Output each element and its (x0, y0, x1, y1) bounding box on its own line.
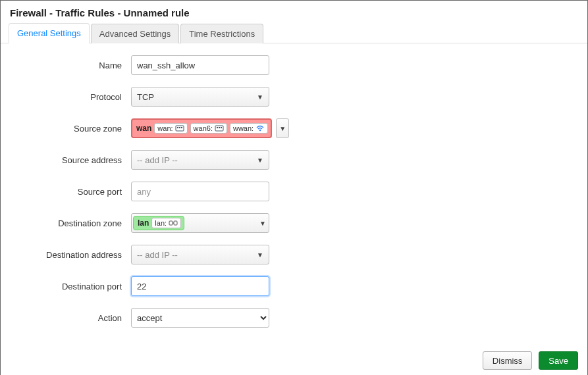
name-input[interactable] (131, 55, 269, 75)
svg-rect-2 (179, 127, 180, 128)
iface-lan: lan: (151, 218, 181, 228)
iface-wwan: wwan: (230, 123, 268, 134)
chevron-down-icon: ▼ (259, 220, 266, 227)
dst-zone-badge: lan lan: (133, 216, 184, 230)
protocol-value: TCP (137, 92, 253, 102)
src-port-input[interactable] (131, 182, 269, 201)
bridge-icon (169, 219, 178, 227)
label-protocol: Protocol (13, 92, 131, 102)
svg-rect-1 (177, 127, 178, 128)
chevron-down-icon: ▼ (257, 157, 263, 164)
label-dst-port: Destination port (13, 282, 131, 291)
tab-advanced[interactable]: Advanced Settings (91, 24, 179, 43)
src-zone-badge[interactable]: wan wan: wan6: (131, 118, 272, 138)
dst-addr-placeholder: -- add IP -- (137, 250, 253, 260)
protocol-select[interactable]: TCP ▼ (131, 87, 269, 107)
src-addr-select[interactable]: -- add IP -- ▼ (131, 150, 269, 170)
page-title: Firewall - Traffic Rules - Unnamed rule (1, 1, 587, 22)
action-select[interactable]: accept (131, 308, 269, 328)
svg-rect-3 (181, 127, 182, 128)
svg-rect-5 (217, 127, 218, 128)
ethernet-icon (215, 124, 224, 132)
label-action: Action (13, 313, 131, 323)
chevron-down-icon: ▼ (257, 251, 263, 259)
src-zone-dropdown[interactable]: ▼ (276, 118, 289, 138)
ethernet-icon (175, 124, 184, 132)
svg-rect-9 (169, 221, 173, 225)
dst-port-input[interactable] (131, 276, 269, 296)
label-src-port: Source port (13, 187, 131, 197)
tab-general[interactable]: General Settings (9, 23, 90, 43)
label-dst-addr: Destination address (13, 250, 131, 260)
svg-rect-10 (174, 221, 177, 225)
tabs: General Settings Advanced Settings Time … (1, 22, 587, 43)
label-src-zone: Source zone (13, 124, 131, 134)
iface-wan: wan: (154, 123, 187, 134)
label-dst-zone: Destination zone (13, 218, 131, 228)
svg-rect-6 (219, 127, 220, 128)
modal-footer: Dismiss Save (1, 345, 587, 375)
modal-firewall-rule: Firewall - Traffic Rules - Unnamed rule … (0, 0, 588, 375)
form-body: Name Protocol TCP ▼ Source zone wan (1, 43, 587, 345)
save-button[interactable]: Save (539, 351, 578, 370)
src-zone-name: wan (136, 124, 151, 133)
tab-time[interactable]: Time Restrictions (180, 24, 263, 43)
src-addr-placeholder: -- add IP -- (137, 155, 253, 165)
dst-zone-name: lan (138, 218, 149, 228)
svg-rect-7 (221, 127, 222, 128)
dst-addr-select[interactable]: -- add IP -- ▼ (131, 245, 269, 264)
chevron-down-icon: ▼ (257, 93, 263, 101)
label-src-addr: Source address (13, 155, 131, 165)
wifi-icon (255, 124, 265, 132)
dst-zone-select[interactable]: lan lan: ▼ (131, 213, 269, 233)
dismiss-button[interactable]: Dismiss (483, 351, 533, 370)
label-name: Name (13, 61, 131, 70)
iface-wan6: wan6: (190, 123, 227, 134)
svg-point-8 (259, 130, 261, 131)
